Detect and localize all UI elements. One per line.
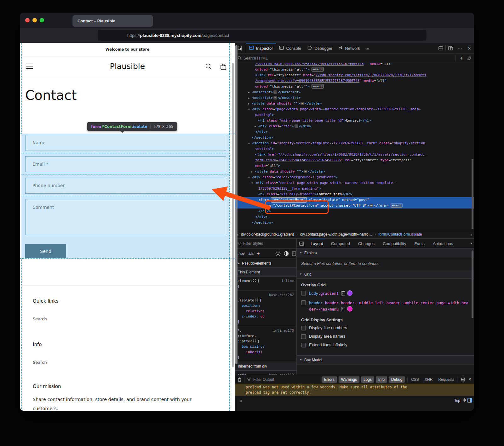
sidebar-tab-layout[interactable]: Layout <box>306 239 327 248</box>
markup-line[interactable]: /component-rte.css?v=6991943663851532978… <box>235 78 474 84</box>
markup-line[interactable]: section"> <box>235 146 474 152</box>
console-category-css[interactable]: CSS <box>410 377 420 382</box>
grid-toggle-icon[interactable] <box>253 340 256 342</box>
rule-source-link[interactable]: base.css:287 <box>269 292 294 298</box>
browser-tab[interactable]: Contact – Plausible <box>72 15 153 27</box>
add-rule-button[interactable]: + <box>257 250 260 257</box>
markup-line[interactable]: media="all"> <box>235 163 474 169</box>
minimize-window-button[interactable] <box>32 18 37 22</box>
print-media-icon[interactable] <box>292 251 296 256</box>
markup-line[interactable]: form.css?v=12475605843249503552167456668… <box>235 157 474 163</box>
collapsed-children-icon[interactable]: ⋯ <box>304 170 307 173</box>
maximize-window-button[interactable] <box>40 18 44 22</box>
rule-source-link[interactable]: inline:170 <box>273 328 294 333</box>
sidebar-tab-computed[interactable]: Computed <box>327 239 354 248</box>
expand-twisty-icon[interactable]: ▶ <box>251 169 253 175</box>
grid-overlay-checkbox[interactable] <box>301 300 306 305</box>
form-field-comment[interactable]: Comment <box>25 199 226 235</box>
expand-twisty-icon[interactable]: ▼ <box>248 175 250 180</box>
form-field-name[interactable]: Name <box>25 135 226 151</box>
markup-line[interactable]: /section-main-page.css?v=848677459125201… <box>235 63 474 67</box>
more-tabs-chevron[interactable]: » <box>363 43 372 54</box>
markup-line[interactable]: ▼<div class="color-background-1 gradient… <box>235 174 474 180</box>
search-html-input[interactable]: Search HTML <box>243 56 268 60</box>
expand-twisty-icon[interactable]: ▼ <box>251 180 253 186</box>
sidebar-toggle-icon[interactable] <box>297 239 306 248</box>
grid-target-icon[interactable] <box>341 291 345 295</box>
console-filter-errors-button[interactable]: Errors <box>322 376 337 383</box>
event-badge[interactable]: event <box>391 203 403 208</box>
contrast-icon[interactable] <box>284 251 289 256</box>
grid-toggle-icon[interactable] <box>253 279 256 282</box>
grid-section-header[interactable]: ▼Grid <box>297 270 474 279</box>
event-badge[interactable]: event <box>312 67 324 71</box>
expand-twisty-icon[interactable]: ▼ <box>248 107 250 112</box>
toggle-hover-button[interactable]: :hov <box>238 251 245 256</box>
markup-line[interactable]: ▶<style data-shopify="">⋯</style> <box>235 101 474 106</box>
markup-line[interactable]: ▶<style data-shopify="">⋯</style> <box>235 169 474 174</box>
css-rule[interactable]: *,inline:170::before,::after{ box-sizing… <box>235 326 296 362</box>
event-badge[interactable]: event <box>312 84 324 89</box>
close-split-console-icon[interactable]: ✕ <box>468 377 472 382</box>
url-bar[interactable]: https://plausible-8238.myshopify.com/pag… <box>98 30 427 41</box>
css-rule[interactable]: element{inline} <box>235 277 296 291</box>
frame-selector[interactable]: Top <box>454 398 460 403</box>
markup-line[interactable]: 17330976293128__form-padding"> <box>235 186 474 192</box>
collapsed-children-icon[interactable]: ⋯ <box>273 96 277 100</box>
css-rule[interactable]: base.css:287.isolate{ position: relative… <box>235 291 296 326</box>
grid-toggle-icon[interactable] <box>255 299 258 301</box>
console-filter-warnings-button[interactable]: Warnings <box>339 376 359 383</box>
breadcrumb-item[interactable]: div.contact.page-width.page-width--narro… <box>300 232 372 237</box>
store-name[interactable]: Plausible <box>20 62 235 71</box>
markup-line[interactable]: <link rel="stylesheet" href="//cdn.shopi… <box>235 72 474 78</box>
markup-line[interactable]: onload="this.media='all'">event <box>235 67 474 72</box>
collapsed-children-icon[interactable]: ⋯ <box>301 102 304 105</box>
breadcrumb-item[interactable]: div.color-background-1.gradient <box>241 232 294 237</box>
footer-link[interactable]: Search <box>33 317 47 321</box>
console-settings-gear-icon[interactable] <box>461 377 466 382</box>
markup-line[interactable]: </div> <box>235 129 474 135</box>
sidebar-pane-icon[interactable] <box>467 398 472 403</box>
console-category-xhr[interactable]: XHR <box>424 377 433 382</box>
footer-link[interactable]: Search <box>33 360 47 365</box>
markup-line[interactable]: </div> <box>235 214 474 220</box>
grid-color-swatch[interactable] <box>347 306 352 312</box>
console-warning-message[interactable]: preload was not used within a few second… <box>235 384 474 396</box>
markup-line[interactable]: </section> <box>235 220 474 226</box>
grid-color-swatch[interactable] <box>347 290 352 296</box>
markup-line[interactable]: ▶<noscript>⋯</noscript> <box>235 89 474 95</box>
grid-setting-checkbox[interactable] <box>301 343 306 347</box>
markup-line[interactable]: ▼<div class="page-width page-width--narr… <box>235 106 474 112</box>
breadcrumb-item-current[interactable]: form#ContactForm.isolate <box>378 232 422 237</box>
console-filter-debug-button[interactable]: Debug <box>389 376 405 383</box>
markup-scrollbar[interactable] <box>472 159 473 229</box>
expand-twisty-icon[interactable]: ▶ <box>255 124 256 129</box>
markup-line[interactable]: <h2 class="visually-hidden">Contact form… <box>235 192 474 197</box>
sidebar-tab-changes[interactable]: Changes <box>354 239 379 248</box>
page-scrollbar[interactable] <box>232 63 234 367</box>
search-icon[interactable] <box>205 63 212 70</box>
light-theme-icon[interactable] <box>275 251 281 256</box>
expand-twisty-icon[interactable]: ▼ <box>248 141 250 146</box>
markup-line[interactable]: ▼<div class="contact page-width page-wid… <box>235 180 474 186</box>
add-node-icon[interactable]: + <box>457 55 465 61</box>
collapsed-children-icon[interactable]: ⋯ <box>273 90 277 94</box>
markup-line[interactable]: ▶<noscript>⋯</noscript> <box>235 95 474 101</box>
form-field-phone-number[interactable]: Phone number <box>25 178 226 194</box>
console-filter-info-button[interactable]: Info <box>376 376 387 383</box>
console-category-requests[interactable]: Requests <box>437 377 455 382</box>
grid-setting-checkbox[interactable] <box>301 326 306 330</box>
grid-setting-checkbox[interactable] <box>301 334 306 339</box>
sidebar-tabs-dropdown-icon[interactable]: ▼ <box>468 239 474 248</box>
collapsed-children-icon[interactable]: ⋯ <box>369 204 373 207</box>
console-filter-logs-button[interactable]: Logs <box>361 376 374 383</box>
cart-icon[interactable] <box>220 63 227 71</box>
close-devtools-icon[interactable]: ✕ <box>465 43 474 54</box>
meatball-menu-icon[interactable]: ⋯ <box>455 43 465 54</box>
rule-source-link[interactable]: inline <box>281 278 294 283</box>
grid-overlay-selector[interactable]: header.header.header--middle-left.header… <box>309 300 470 312</box>
send-button[interactable]: Send <box>25 244 66 258</box>
grid-overlay-checkbox[interactable] <box>301 291 306 295</box>
sidebar-tab-fonts[interactable]: Fonts <box>410 239 429 248</box>
sidebar-tab-animations[interactable]: Animations <box>429 239 457 248</box>
